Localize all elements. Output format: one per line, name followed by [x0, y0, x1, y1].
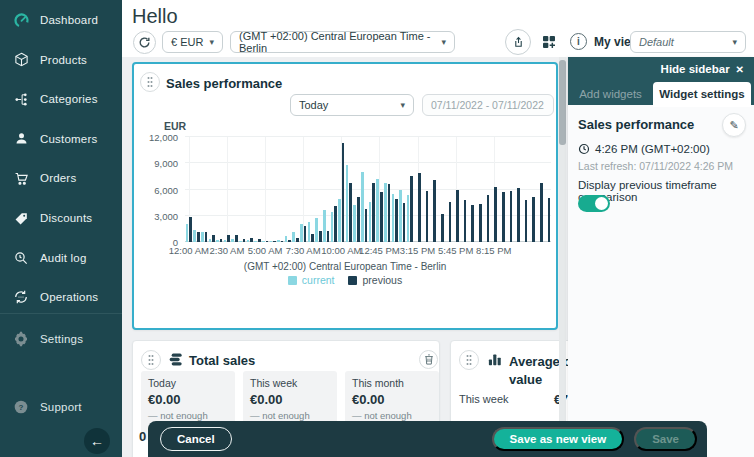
current-bar [323, 210, 326, 242]
bar-group[interactable] [482, 137, 490, 242]
bar-group[interactable] [322, 137, 330, 242]
sidebar-item-support[interactable]: ?Support [0, 395, 122, 419]
bar-group[interactable] [391, 137, 399, 242]
sidebar-item-orders[interactable]: Orders [0, 166, 122, 190]
bar-group[interactable] [299, 137, 307, 242]
drag-handle[interactable] [459, 350, 479, 370]
tab-widget-settings[interactable]: Widget settings [653, 82, 751, 105]
bar-group[interactable] [261, 137, 269, 242]
sidebar-item-label: Categories [40, 93, 98, 105]
bar-group[interactable] [452, 137, 460, 242]
bar-group[interactable] [338, 137, 346, 242]
previous-bar [517, 188, 520, 242]
bar-group[interactable] [444, 137, 452, 242]
bar-group[interactable] [246, 137, 254, 242]
drag-handle[interactable] [141, 350, 161, 370]
bar-group[interactable] [360, 137, 368, 242]
bar-group[interactable] [528, 137, 536, 242]
bar-group[interactable] [292, 137, 300, 242]
selected-widget-title: Sales performance [578, 117, 694, 132]
bar-group[interactable] [383, 137, 391, 242]
sidebar-divider [0, 313, 122, 314]
bar-group[interactable] [437, 137, 445, 242]
current-bar [262, 241, 265, 242]
sidebar-item-dashboard[interactable]: Dashboard [0, 8, 122, 32]
save-as-new-view-button[interactable]: Save as new view [492, 427, 625, 451]
bar-group[interactable] [345, 137, 353, 242]
edit-widget-button[interactable]: ✎ [722, 113, 746, 137]
sidebar-item-categories[interactable]: Categories [0, 87, 122, 111]
bar-group[interactable] [185, 137, 193, 242]
bar-group[interactable] [193, 137, 201, 242]
cancel-button[interactable]: Cancel [160, 427, 232, 451]
bar-group[interactable] [376, 137, 384, 242]
legend-item-previous[interactable]: previous [348, 274, 402, 286]
bar-group[interactable] [269, 137, 277, 242]
tab-add-widgets[interactable]: Add widgets [568, 82, 653, 105]
sidebar-item-settings[interactable]: Settings [0, 327, 122, 351]
add-widget-button[interactable] [536, 29, 562, 55]
bar-group[interactable] [307, 137, 315, 242]
bar-group[interactable] [200, 137, 208, 242]
chart-timezone-note: (GMT +02:00) Central European Time - Ber… [134, 261, 556, 272]
sales-performance-widget[interactable]: Sales performance Today ▾ 07/11/2022 - 0… [132, 62, 558, 330]
bar-group[interactable] [216, 137, 224, 242]
bar-group[interactable] [467, 137, 475, 242]
sidebar-item-discounts[interactable]: Discounts [0, 206, 122, 230]
sidebar-item-operations[interactable]: Operations [0, 285, 122, 309]
bar-group[interactable] [490, 137, 498, 242]
bar-group[interactable] [513, 137, 521, 242]
legend-item-current[interactable]: current [288, 274, 335, 286]
save-button[interactable]: Save [634, 427, 697, 451]
timeframe-select[interactable]: Today ▾ [290, 94, 414, 116]
previous-bar [220, 239, 223, 243]
previous-bar [205, 232, 208, 242]
timezone-value: (GMT +02:00) Central European Time - Ber… [239, 30, 435, 54]
bar-group[interactable] [498, 137, 506, 242]
export-button[interactable] [505, 29, 531, 55]
bar-group[interactable] [475, 137, 483, 242]
comparison-toggle[interactable] [578, 195, 610, 212]
toggle-knob [595, 197, 608, 210]
bar-group[interactable] [536, 137, 544, 242]
bar-group[interactable] [421, 137, 429, 242]
bar-group[interactable] [284, 137, 292, 242]
bar-group[interactable] [543, 137, 551, 242]
bar-group[interactable] [208, 137, 216, 242]
bar-group[interactable] [399, 137, 407, 242]
sidebar-item-audit-log[interactable]: Audit log [0, 246, 122, 270]
hide-sidebar-button[interactable]: Hide sidebar ✕ [661, 63, 744, 75]
bar-group[interactable] [254, 137, 262, 242]
views-select[interactable]: Default ▾ [630, 31, 746, 53]
currency-select[interactable]: € EUR ▾ [162, 31, 223, 53]
refresh-button[interactable] [133, 31, 156, 54]
delete-widget-button[interactable] [419, 350, 438, 369]
main-scrollbar[interactable] [559, 57, 566, 457]
sidebar-item-products[interactable]: Products [0, 48, 122, 72]
bar-group[interactable] [330, 137, 338, 242]
bar-group[interactable] [460, 137, 468, 242]
bar-group[interactable] [414, 137, 422, 242]
bar-group[interactable] [238, 137, 246, 242]
bar-group[interactable] [315, 137, 323, 242]
bar-group[interactable] [406, 137, 414, 242]
bar-group[interactable] [231, 137, 239, 242]
previous-bar [189, 217, 192, 242]
bar-group[interactable] [353, 137, 361, 242]
bar-group[interactable] [521, 137, 529, 242]
sidebar-item-customers[interactable]: Customers [0, 127, 122, 151]
bar-group[interactable] [223, 137, 231, 242]
current-bar [239, 241, 242, 242]
date-range-input[interactable]: 07/11/2022 - 07/11/2022 [422, 94, 554, 116]
current-bar [308, 222, 311, 242]
drag-handle[interactable] [140, 72, 160, 92]
bar-group[interactable] [505, 137, 513, 242]
info-icon[interactable]: i [570, 33, 587, 50]
bar-group[interactable] [277, 137, 285, 242]
current-bar [209, 239, 212, 243]
bar-group[interactable] [368, 137, 376, 242]
timezone-select[interactable]: (GMT +02:00) Central European Time - Ber… [230, 31, 455, 53]
collapse-sidebar-button[interactable]: ← [84, 428, 110, 454]
bar-group[interactable] [429, 137, 437, 242]
scrollbar-thumb[interactable] [559, 60, 566, 145]
